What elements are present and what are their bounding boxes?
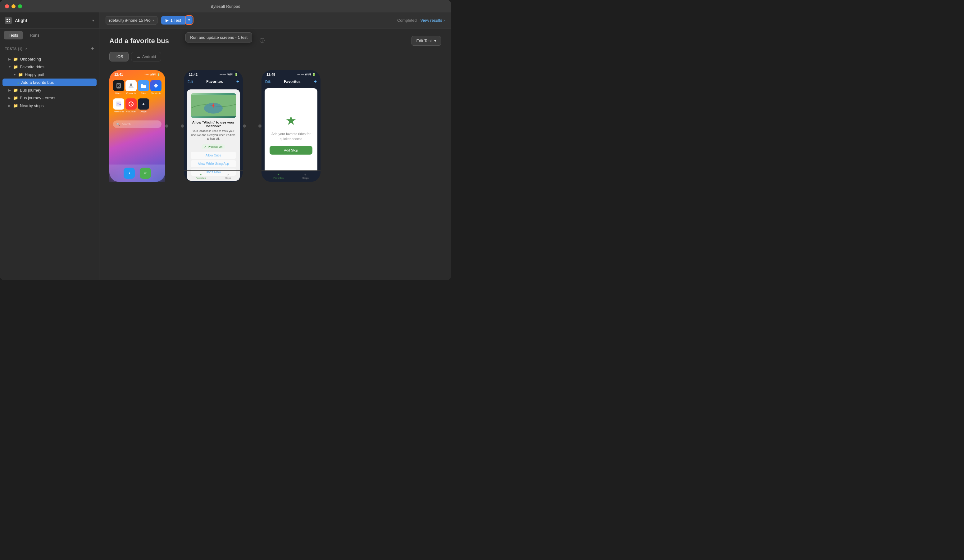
tree-item-label: Happy path xyxy=(25,72,94,77)
app-row-1: Watch Contacts xyxy=(113,80,161,95)
run-dropdown-button[interactable]: ▾ xyxy=(186,16,192,24)
tree-item-label: Nearby stops xyxy=(20,103,94,108)
sidebar-item-onboarding[interactable]: ▶ 📁 Onboarding xyxy=(0,55,99,63)
test-header: Add a favorite bus ⓘ Edit Test ▾ xyxy=(109,36,441,45)
wifi-icon: WiFi xyxy=(305,73,311,76)
phone3-edit-btn[interactable]: Edit xyxy=(265,80,270,83)
location-map-preview xyxy=(191,93,236,118)
status-bar-1: 12:41 ▪▪▪▪ WiFi 🔋 xyxy=(109,70,165,78)
expand-icon: ▶ xyxy=(7,104,12,108)
app-shortcuts: Shortcuts xyxy=(150,80,161,95)
svg-point-15 xyxy=(143,171,148,176)
close-button[interactable] xyxy=(5,4,9,8)
window-title: Bytesalt Runpad xyxy=(210,4,240,9)
svg-rect-17 xyxy=(144,174,146,174)
play-icon: ▶ xyxy=(166,18,169,23)
sidebar: Alight ▾ Tests Runs TESTS (1) × + ▶ xyxy=(0,12,99,280)
sidebar-item-bus-journey-errors[interactable]: ▶ 📁 Bus journey - errors xyxy=(0,94,99,102)
status-bar-2: 12:42 — — WiFi 🔋 xyxy=(184,70,243,78)
app-icon xyxy=(5,17,12,24)
android-icon: ☁ xyxy=(136,54,140,59)
run-button[interactable]: ▶ 1 Test xyxy=(161,16,186,24)
edit-test-button[interactable]: Edit Test ▾ xyxy=(412,36,441,45)
run-dropdown-tooltip: Run and update screens - 1 test xyxy=(186,32,252,42)
app-grid: Watch Contacts xyxy=(109,78,165,119)
main-layout: Alight ▾ Tests Runs TESTS (1) × + ▶ xyxy=(0,12,451,280)
stops-icon: ⊙ xyxy=(305,173,306,176)
sidebar-tree: ▶ 📁 Onboarding ▾ 📁 Favorite rides ▾ 📁 H xyxy=(0,54,99,280)
phone3-title: Favorites xyxy=(284,80,300,84)
toolbar: (default) iPhone 15 Pro ▾ ▶ 1 Test ▾ Run… xyxy=(99,12,451,29)
info-icon[interactable]: ⓘ xyxy=(260,37,265,44)
connector-1-2 xyxy=(165,125,184,128)
phone2-tab-bar: ★ Favorites ⊙ Stops xyxy=(184,170,243,182)
sidebar-header: Alight ▾ xyxy=(0,12,99,29)
app-row-2: Freeform HotDriver xyxy=(113,98,161,113)
phone2-edit-btn[interactable]: Edit xyxy=(187,80,193,83)
svg-rect-9 xyxy=(141,85,146,88)
wifi-icon: WiFi xyxy=(150,73,156,76)
sidebar-chevron-icon: ▾ xyxy=(92,18,94,23)
phone2-title: Favorites xyxy=(206,80,223,84)
allow-once-btn[interactable]: Allow Once xyxy=(191,152,236,159)
svg-rect-8 xyxy=(141,84,143,85)
sidebar-item-bus-journey[interactable]: ▶ 📁 Bus journey xyxy=(0,86,99,94)
screen-3-wrapper: 12:45 — — WiFi 🔋 Edit Favorites xyxy=(262,70,321,182)
app-files: Files xyxy=(138,80,149,95)
connector-line xyxy=(168,126,181,127)
tab-favorites-3[interactable]: ★ Favorites xyxy=(273,173,283,179)
tab-ios[interactable]: iOS xyxy=(109,52,129,62)
favorites-star-icon: ★ xyxy=(285,113,296,128)
tab-android[interactable]: ☁ Android xyxy=(131,52,161,62)
tab-runs[interactable]: Runs xyxy=(25,31,44,39)
chevron-right-icon: › xyxy=(443,18,445,23)
folder-icon: 📁 xyxy=(13,88,18,93)
connector-dot xyxy=(243,125,246,128)
add-test-button[interactable]: + xyxy=(91,46,94,52)
status-badge: Completed xyxy=(397,18,417,23)
allow-while-using-btn[interactable]: Allow While Using App xyxy=(191,160,236,167)
add-stop-button[interactable]: Add Stop xyxy=(270,146,313,154)
location-permission-modal: Allow "Alight" to use your location? You… xyxy=(187,89,240,181)
tab-favorites[interactable]: ★ Favorites xyxy=(195,173,206,179)
phone3-add-btn[interactable]: + xyxy=(314,79,317,84)
chevron-down-icon: ▾ xyxy=(153,19,154,22)
maximize-button[interactable] xyxy=(18,4,22,8)
signal-icon: — — xyxy=(220,73,226,76)
checkmark-icon: ✓ xyxy=(204,145,207,148)
sidebar-item-favorite-rides[interactable]: ▾ 📁 Favorite rides xyxy=(0,63,99,71)
svg-rect-0 xyxy=(7,19,8,20)
connector-dot xyxy=(165,125,168,128)
connector-2-3 xyxy=(243,125,262,128)
dock-safari xyxy=(124,168,135,179)
favorites-empty-state: ★ Add your favorite rides for quicker ac… xyxy=(265,88,318,179)
chevron-down-icon: ▾ xyxy=(434,39,436,43)
tab-stops-3[interactable]: ⊙ Stops xyxy=(302,173,308,179)
minimize-button[interactable] xyxy=(11,4,16,8)
expand-icon: ▶ xyxy=(7,96,12,100)
platform-tabs: iOS ☁ Android xyxy=(109,52,441,62)
expand-icon: ▾ xyxy=(12,73,17,77)
view-results-button[interactable]: View results › xyxy=(420,18,445,23)
sidebar-item-happy-path[interactable]: ▾ 📁 Happy path xyxy=(0,71,99,78)
dock-messages xyxy=(140,168,151,179)
tab-stops[interactable]: ⊙ Stops xyxy=(225,173,231,179)
star-icon: ★ xyxy=(277,173,280,176)
sidebar-tabs: Tests Runs xyxy=(0,29,99,42)
connector-dot xyxy=(181,125,184,128)
phone2-add-btn[interactable]: + xyxy=(236,79,239,84)
screen-1-phone: 12:41 ▪▪▪▪ WiFi 🔋 xyxy=(109,70,165,182)
tab-tests[interactable]: Tests xyxy=(4,31,23,39)
sidebar-item-add-favorite-bus[interactable]: ≡ Add a favorite bus xyxy=(2,78,96,86)
folder-icon: 📁 xyxy=(13,65,18,69)
run-button-group: ▶ 1 Test ▾ Run and update screens - 1 te… xyxy=(161,16,192,24)
device-selector[interactable]: (default) iPhone 15 Pro ▾ xyxy=(106,16,158,24)
screen-3-phone: 12:45 — — WiFi 🔋 Edit Favorites xyxy=(262,70,321,182)
precise-badge: ✓ Precise: On xyxy=(202,144,225,149)
sidebar-item-nearby-stops[interactable]: ▶ 📁 Nearby stops xyxy=(0,102,99,110)
expand-icon: ▾ xyxy=(7,65,12,69)
svg-rect-2 xyxy=(7,21,8,22)
svg-text:A: A xyxy=(142,102,145,106)
status-bar-3: 12:45 — — WiFi 🔋 xyxy=(262,70,321,78)
app-empty xyxy=(150,98,161,113)
